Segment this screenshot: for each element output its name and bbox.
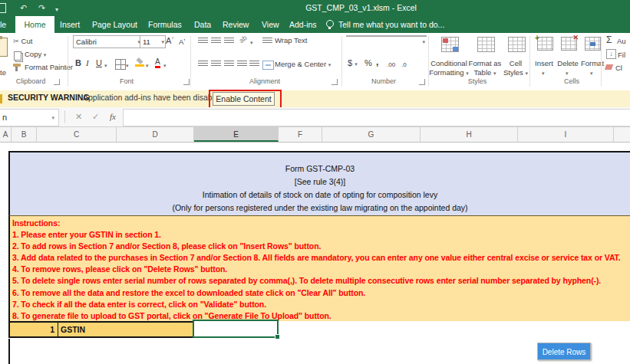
column-header-a[interactable]: A bbox=[0, 127, 12, 142]
fill-color-dropdown-icon[interactable]: ▾ bbox=[146, 61, 149, 71]
security-warning-message: Application add-ins have been disabled. bbox=[83, 93, 226, 102]
tell-me-box[interactable]: Tell me what you want to do... bbox=[326, 16, 444, 33]
copy-button[interactable]: Copy ▾ bbox=[25, 49, 46, 60]
italic-button[interactable]: I bbox=[86, 58, 89, 68]
clear-icon[interactable] bbox=[605, 64, 613, 70]
qat-customize-icon[interactable]: ▾ bbox=[55, 4, 58, 16]
align-left-icon[interactable] bbox=[198, 61, 208, 67]
clipboard-dialog-launcher-icon[interactable] bbox=[54, 79, 60, 85]
font-size-select[interactable]: 11▾ bbox=[140, 35, 166, 48]
column-header-d[interactable]: D bbox=[117, 127, 194, 142]
name-box-dropdown-icon[interactable]: ▾ bbox=[51, 110, 54, 126]
clear-button[interactable]: Cl bbox=[615, 63, 622, 73]
fill-color-icon[interactable] bbox=[135, 57, 144, 67]
tab-insert[interactable]: Insert bbox=[60, 16, 80, 33]
align-middle-icon[interactable] bbox=[211, 38, 221, 44]
column-header-h[interactable]: H bbox=[421, 127, 518, 142]
fill-button[interactable]: Fil bbox=[618, 50, 625, 60]
tab-add-ins[interactable]: Add-ins bbox=[289, 16, 317, 33]
currency-format-icon[interactable]: $ ▾ bbox=[348, 58, 358, 69]
column-header-e-selected[interactable]: E bbox=[194, 127, 279, 142]
increase-indent-icon[interactable] bbox=[249, 61, 259, 67]
number-group-label: Number bbox=[349, 77, 418, 85]
copy-icon[interactable] bbox=[14, 51, 21, 61]
orientation-icon[interactable]: ab bbox=[237, 33, 249, 45]
autosum-icon[interactable]: Σ bbox=[606, 35, 612, 45]
excel-window: ↶ ↷ ▾ GST_CMP_03_v1.xlsm - Excel le Home… bbox=[0, 0, 630, 364]
column-header-f[interactable]: F bbox=[279, 127, 322, 142]
insert-function-icon[interactable]: fx bbox=[110, 109, 116, 125]
confirm-entry-icon[interactable]: ✓ bbox=[92, 109, 99, 125]
column-header-c[interactable]: C bbox=[37, 127, 117, 142]
scissors-icon: ✂ bbox=[13, 37, 19, 45]
tab-page-layout[interactable]: Page Layout bbox=[92, 16, 137, 33]
redo-icon[interactable]: ↷ bbox=[38, 2, 45, 14]
decrease-decimal-icon[interactable]: .0 bbox=[401, 60, 407, 70]
format-painter-icon[interactable] bbox=[13, 64, 21, 67]
cancel-entry-icon[interactable]: ✕ bbox=[75, 109, 82, 125]
comma-format-icon[interactable]: , bbox=[376, 57, 378, 67]
decrease-indent-icon[interactable] bbox=[237, 61, 247, 67]
undo-icon[interactable]: ↶ bbox=[20, 2, 27, 14]
formula-input[interactable] bbox=[123, 109, 630, 126]
cut-button[interactable]: ✂ Cut bbox=[13, 36, 32, 46]
font-group-label: Font bbox=[92, 77, 161, 85]
formula-bar: n ▾ ✕ ✓ fx bbox=[0, 107, 630, 127]
format-as-table-icon bbox=[477, 37, 495, 52]
tab-file[interactable]: le bbox=[0, 16, 6, 33]
column-header-i[interactable]: I bbox=[518, 127, 614, 142]
orientation-dropdown-icon[interactable]: ▾ bbox=[250, 38, 253, 48]
align-right-icon[interactable] bbox=[224, 61, 234, 67]
tab-home[interactable]: Home bbox=[15, 16, 54, 33]
borders-dropdown-icon[interactable]: ▾ bbox=[126, 61, 129, 71]
number-format-select[interactable]: ▾ bbox=[346, 35, 427, 37]
column-header-partial[interactable] bbox=[614, 127, 630, 142]
fill-handle[interactable] bbox=[275, 334, 280, 339]
grow-font-icon[interactable]: Aʾ bbox=[166, 36, 174, 46]
paste-label[interactable]: te bbox=[0, 67, 6, 77]
fill-down-icon[interactable]: ↓ bbox=[606, 49, 616, 59]
tab-review[interactable]: Review bbox=[223, 16, 249, 33]
paste-icon[interactable] bbox=[0, 38, 8, 57]
conditional-formatting-button-2[interactable]: Formatting ▾ bbox=[429, 67, 469, 78]
gstin-input-cell[interactable] bbox=[193, 320, 279, 338]
save-icon[interactable] bbox=[0, 3, 6, 13]
worksheet[interactable]: Form GST-CMP-03 [See rule 3(4)] Intimati… bbox=[0, 143, 630, 364]
column-header-b[interactable]: B bbox=[12, 127, 37, 142]
cell-styles-icon bbox=[508, 37, 526, 52]
font-dialog-launcher-icon[interactable] bbox=[183, 79, 190, 85]
tab-formulas[interactable]: Formulas bbox=[148, 16, 182, 33]
instruction-line: 7. To check if all the data enter is cor… bbox=[12, 299, 630, 310]
name-box[interactable]: n ▾ bbox=[0, 109, 59, 126]
merge-center-button[interactable]: Merge & Center ▾ bbox=[275, 59, 331, 70]
font-color-dropdown-icon[interactable]: ▾ bbox=[163, 61, 167, 71]
alignment-dialog-launcher-icon[interactable] bbox=[331, 79, 338, 85]
borders-icon[interactable] bbox=[115, 59, 126, 70]
underline-dropdown-icon[interactable]: ▾ bbox=[104, 61, 107, 71]
conditional-formatting-icon bbox=[441, 37, 459, 52]
gstin-label: GSTIN bbox=[58, 323, 85, 336]
column-header-row: A B C D E F G H I bbox=[0, 127, 630, 143]
font-color-icon[interactable]: A bbox=[155, 57, 160, 68]
column-header-g[interactable]: G bbox=[322, 127, 421, 142]
insert-dropdown-icon[interactable]: ▾ bbox=[542, 68, 545, 78]
increase-decimal-icon[interactable]: .00 bbox=[387, 60, 395, 70]
tab-view[interactable]: View bbox=[262, 16, 279, 33]
align-top-icon[interactable] bbox=[198, 38, 208, 44]
delete-rows-button[interactable]: Delete Rows bbox=[537, 343, 591, 360]
align-bottom-icon[interactable] bbox=[224, 38, 234, 44]
instruction-line: 1. Please enter your GSTIN in section 1. bbox=[12, 229, 630, 241]
underline-button[interactable]: U bbox=[96, 58, 102, 68]
number-dialog-launcher-icon[interactable] bbox=[419, 79, 425, 85]
wrap-text-button[interactable]: Wrap Text bbox=[275, 35, 307, 45]
bold-button[interactable]: B bbox=[75, 58, 81, 68]
percent-format-icon[interactable]: % bbox=[364, 58, 372, 68]
shrink-font-icon[interactable]: Aʼ bbox=[179, 37, 185, 47]
font-family-select[interactable]: Calibri▾ bbox=[73, 35, 142, 48]
gstin-serial-number: 1 bbox=[10, 323, 58, 336]
tab-data[interactable]: Data bbox=[194, 16, 211, 33]
autosum-button[interactable]: Au bbox=[617, 36, 626, 46]
format-painter-button[interactable]: Format Painter bbox=[25, 62, 73, 72]
formula-bar-divider bbox=[64, 111, 65, 123]
align-center-icon[interactable] bbox=[211, 61, 221, 67]
